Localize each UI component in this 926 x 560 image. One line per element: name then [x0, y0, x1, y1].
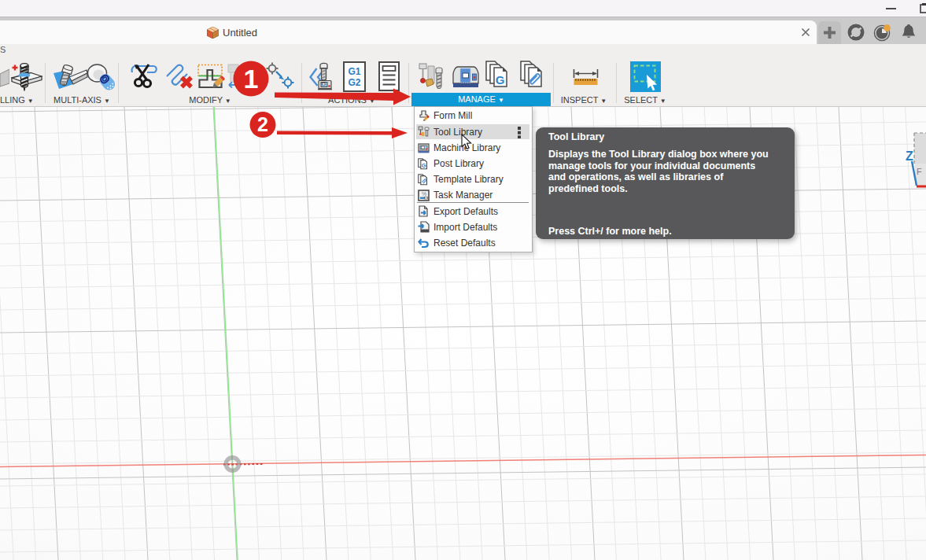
svg-text:%: % [422, 191, 426, 197]
svg-text:G: G [422, 162, 426, 169]
svg-text:2: 2 [257, 113, 268, 135]
svg-text:F: F [917, 167, 922, 176]
svg-text:Z: Z [906, 149, 913, 163]
svg-text:1: 1 [244, 64, 259, 94]
